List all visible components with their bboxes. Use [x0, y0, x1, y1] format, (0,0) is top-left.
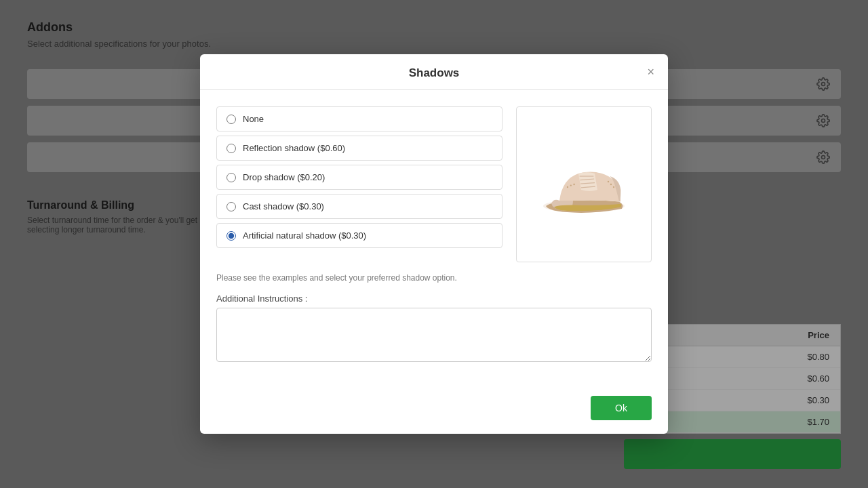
shadow-options-list: None Reflection shadow ($0.60) Drop shad…: [216, 106, 502, 262]
svg-point-9: [570, 184, 572, 186]
svg-point-12: [610, 184, 612, 185]
option-cast-label: Cast shadow ($0.30): [243, 201, 324, 211]
modal-overlay: Shadows × None Reflection shadow ($0.60): [0, 0, 868, 488]
svg-point-8: [567, 186, 568, 188]
radio-cast[interactable]: [226, 202, 236, 211]
option-none[interactable]: None: [216, 106, 502, 131]
option-artificial[interactable]: Artificial natural shadow ($0.30): [216, 223, 502, 248]
svg-point-13: [613, 186, 614, 188]
modal-content-row: None Reflection shadow ($0.60) Drop shad…: [216, 106, 652, 262]
option-drop-label: Drop shadow ($0.20): [243, 172, 325, 182]
shadows-modal: Shadows × None Reflection shadow ($0.60): [200, 54, 668, 434]
instructions-section: Additional Instructions :: [216, 293, 652, 365]
option-cast[interactable]: Cast shadow ($0.30): [216, 194, 502, 219]
ok-button[interactable]: Ok: [591, 396, 652, 420]
option-reflection[interactable]: Reflection shadow ($0.60): [216, 136, 502, 161]
svg-point-10: [573, 184, 574, 185]
modal-close-button[interactable]: ×: [644, 63, 657, 81]
modal-title: Shadows: [409, 66, 460, 80]
shoe-preview-image: [530, 130, 638, 239]
modal-footer: Ok: [200, 388, 668, 434]
instructions-label: Additional Instructions :: [216, 293, 652, 304]
instructions-textarea[interactable]: [216, 308, 652, 362]
option-artificial-label: Artificial natural shadow ($0.30): [243, 230, 366, 241]
option-reflection-label: Reflection shadow ($0.60): [243, 143, 345, 153]
shadow-preview-box: [516, 106, 652, 262]
radio-drop[interactable]: [226, 173, 236, 182]
radio-artificial[interactable]: [226, 231, 236, 241]
svg-point-11: [608, 181, 609, 182]
modal-header: Shadows ×: [200, 54, 668, 90]
helper-text: Please see the examples and select your …: [216, 273, 652, 283]
option-none-label: None: [243, 114, 264, 124]
radio-none[interactable]: [226, 115, 236, 124]
radio-reflection[interactable]: [226, 144, 236, 153]
modal-body: None Reflection shadow ($0.60) Drop shad…: [200, 90, 668, 388]
option-drop[interactable]: Drop shadow ($0.20): [216, 165, 502, 190]
